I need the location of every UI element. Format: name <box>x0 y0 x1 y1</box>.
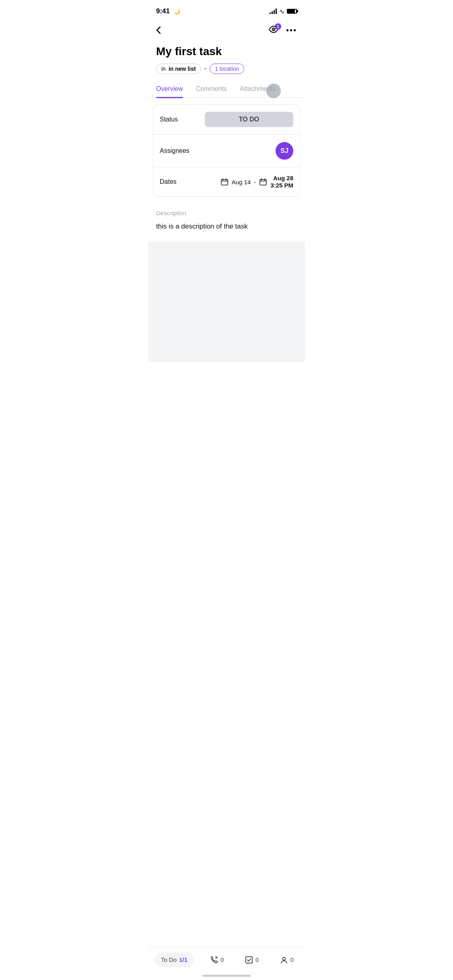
dates-row[interactable]: Dates Aug 14 - Aug 28 <box>153 167 300 196</box>
status-pill[interactable]: TO DO <box>205 112 293 127</box>
status-value: TO DO <box>200 112 293 127</box>
assignees-value: SJ <box>200 142 293 160</box>
watchers-button[interactable]: 1 <box>268 26 279 35</box>
start-date-calendar-icon <box>220 178 229 186</box>
moon-icon: 🌙 <box>173 8 180 14</box>
status-row[interactable]: Status TO DO <box>153 105 300 135</box>
svg-point-1 <box>273 29 274 30</box>
watcher-badge: 1 <box>275 23 281 30</box>
nav-bar: 1 ••• <box>148 20 305 40</box>
wifi-icon: ∿ <box>279 8 284 15</box>
meta-separator: • <box>204 65 207 72</box>
overview-section: Status TO DO Assignees SJ Dates Aug 14 - <box>153 104 300 197</box>
end-date-calendar-icon <box>259 178 267 186</box>
status-time: 9:41 🌙 <box>156 7 180 15</box>
task-meta: in in new list • 1 location <box>156 64 297 74</box>
svg-rect-2 <box>221 179 228 185</box>
location-tag-button[interactable]: 1 location <box>210 64 244 74</box>
list-tag-button[interactable]: in in new list <box>156 64 201 74</box>
scroll-indicator <box>266 84 281 98</box>
nav-right-actions: 1 ••• <box>268 26 297 35</box>
status-label: Status <box>160 116 200 123</box>
assignees-row[interactable]: Assignees SJ <box>153 135 300 167</box>
date-dash: - <box>254 179 256 185</box>
assignees-label: Assignees <box>160 147 200 154</box>
status-icons: ∿ <box>270 8 297 15</box>
assignee-avatar[interactable]: SJ <box>276 142 293 160</box>
signal-icon <box>270 8 277 14</box>
start-date: Aug 14 <box>232 179 251 185</box>
empty-content-area <box>148 241 305 362</box>
description-section: Description this is a description of the… <box>148 203 305 238</box>
battery-icon <box>287 9 297 14</box>
dates-label: Dates <box>160 178 200 185</box>
end-date: Aug 28 3:25 PM <box>270 175 293 189</box>
description-label: Description <box>156 210 297 216</box>
dates-value: Aug 14 - Aug 28 3:25 PM <box>200 175 293 189</box>
tab-comments[interactable]: Comments <box>196 80 227 97</box>
task-title-section: My first task in in new list • 1 locatio… <box>148 40 305 80</box>
more-button[interactable]: ••• <box>286 26 297 35</box>
tabs: Overview Comments Attachments <box>148 80 305 98</box>
svg-rect-6 <box>260 179 266 185</box>
task-title: My first task <box>156 45 297 58</box>
tab-overview[interactable]: Overview <box>156 80 183 97</box>
status-bar: 9:41 🌙 ∿ <box>148 0 305 20</box>
description-text: this is a description of the task <box>156 221 297 232</box>
back-button[interactable] <box>156 26 161 34</box>
